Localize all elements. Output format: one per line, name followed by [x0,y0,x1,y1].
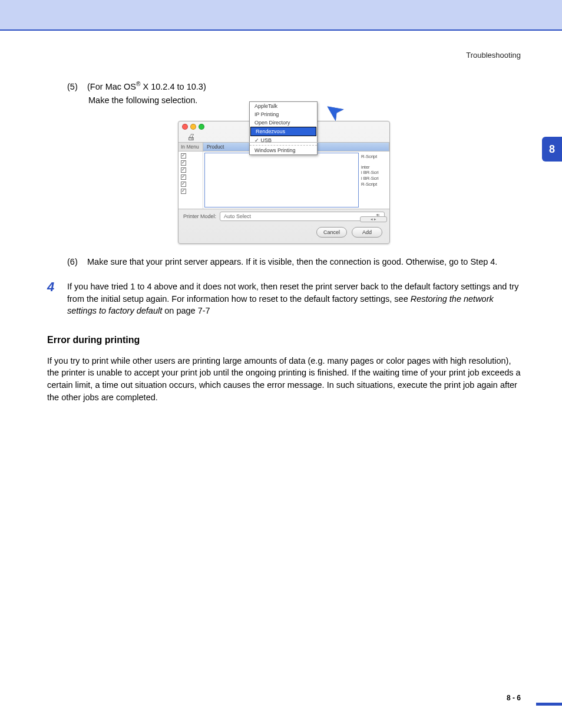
printer-model-value: Auto Select [224,213,251,219]
side-info-column: R-Script inter i BR-Scri i BR-Scri R-Scr… [360,151,389,209]
printer-model-label: Printer Model: [183,213,216,219]
top-accent-bar [0,0,562,31]
cancel-button[interactable]: Cancel [316,227,347,238]
printer-dialog: AppleTalk IP Printing Open Directory Ren… [178,121,390,244]
step-5-number: (5) [67,81,85,93]
screenshot-figure: ➤ AppleTalk IP Printing Open Directory R… [178,121,390,244]
scroll-nav[interactable]: ◂ ▸ [360,216,387,222]
menu-opt-appletalk[interactable]: AppleTalk [250,102,317,110]
step-4-text-c: on page 7-7 [162,306,210,315]
step-4-text: If you have tried 1 to 4 above and it do… [67,281,521,317]
menu-opt-ipprinting[interactable]: IP Printing [250,110,317,118]
printer-icon: 🖨 [187,132,195,141]
list-checkbox[interactable] [181,182,186,187]
page-number: 8 - 6 [507,694,521,702]
list-checkbox[interactable] [181,167,186,173]
step-5-line1: (5) (For Mac OS® X 10.2.4 to 10.3) [67,80,521,93]
section-header: Troubleshooting [466,51,521,60]
side-info-line: inter [361,164,388,170]
step-5-text-a: (For Mac OS [87,82,136,91]
product-list-area[interactable] [204,153,359,207]
menu-separator [250,145,317,146]
list-checkbox[interactable] [181,189,186,194]
col-header-inmenu: In Menu [178,143,203,151]
list-checkbox[interactable] [181,153,186,159]
step-6-text: Make sure that your print server appears… [87,256,520,268]
side-info-line: R-Script [361,182,388,187]
list-checkbox[interactable] [181,174,186,180]
add-button[interactable]: Add [352,227,382,238]
checkbox-column [178,151,203,209]
error-paragraph: If you try to print while other users ar… [47,355,521,403]
side-info-line: R-Script [361,154,388,160]
footer-accent-bar [536,703,562,706]
list-checkbox[interactable] [181,160,186,166]
error-heading: Error during printing [47,335,521,345]
chapter-tab: 8 [542,137,562,162]
side-info-line: i BR-Scri [361,170,388,176]
step-6-number: (6) [67,256,85,268]
step-5-text-b: X 10.2.4 to 10.3) [140,82,206,91]
step-4-marker: 4 [47,281,67,317]
side-info-line: i BR-Scri [361,176,388,182]
menu-opt-windows[interactable]: Windows Printing [250,146,317,154]
